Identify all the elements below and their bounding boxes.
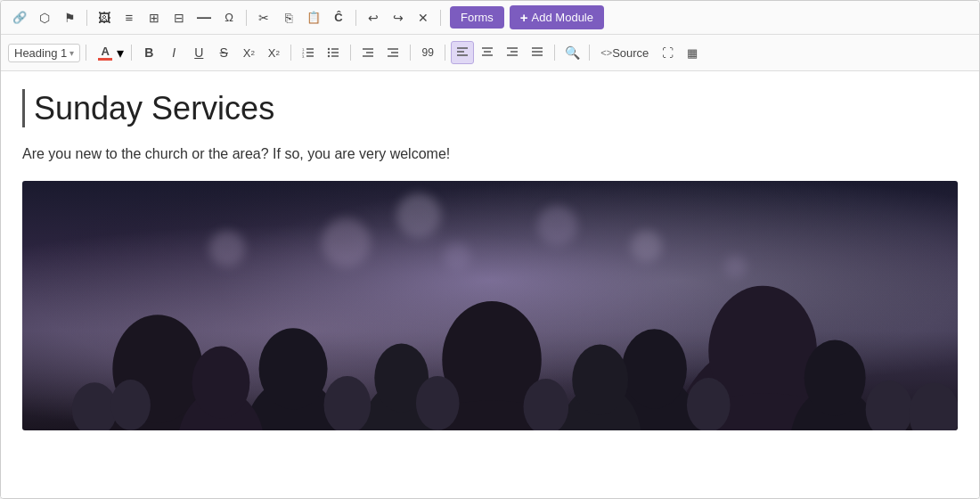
strikethrough-button[interactable]: S [212,41,235,64]
align-right-button[interactable] [501,41,524,64]
fullscreen-button[interactable]: ⛶ [656,41,679,64]
svg-point-10 [328,52,330,53]
separator [445,45,445,61]
paste-icon[interactable]: 📋 [302,6,325,29]
indent-increase-button[interactable] [381,41,404,64]
separator [350,45,351,61]
align-justify-icon [531,46,543,59]
separator [355,10,356,26]
unordered-list-button[interactable] [322,41,345,64]
ul-icon [327,46,339,59]
align-center-icon [481,46,494,59]
ol-icon: 1.2.3. [302,46,314,59]
heading-select-value: Heading 1 [14,46,67,60]
redo-icon[interactable]: ↪ [387,6,410,29]
svg-point-40 [622,330,687,409]
copy-icon[interactable]: ⎘ [277,6,300,29]
separator [290,45,291,61]
separator [554,45,555,61]
flag-icon[interactable]: ⚑ [58,6,81,29]
table-grid-icon[interactable]: ⊞ [143,6,166,29]
svg-point-50 [110,380,151,430]
toolbar-2: Heading 1 ▾ A ▾ B I U S X2 X2 1.2.3. [1,35,979,71]
separator [131,45,132,61]
number-99-button[interactable]: 99 [416,41,439,64]
align-center-button[interactable] [476,41,499,64]
unlink-icon[interactable]: ⬡ [33,6,56,29]
content-image [22,181,958,430]
separator [589,45,590,61]
table-rows-icon[interactable]: ≡ [118,6,141,29]
ordered-list-button[interactable]: 1.2.3. [297,41,320,64]
toolbar-1: 🔗 ⬡ ⚑ 🖼 ≡ ⊞ ⊟ — Ω ✂ ⎘ 📋 Ĉ ↩ ↪ ✕ Forms + … [1,1,979,35]
svg-point-54 [687,378,731,430]
svg-point-42 [804,340,866,416]
underline-button[interactable]: U [187,41,210,64]
svg-point-44 [192,347,250,419]
align-justify-button[interactable] [526,41,549,64]
remove-format-icon[interactable]: ✕ [412,6,435,29]
bold-button[interactable]: B [137,41,160,64]
indent-decrease-button[interactable] [356,41,380,64]
font-color-button[interactable]: A ▾ [92,39,126,66]
svg-point-48 [572,345,628,415]
svg-point-9 [328,48,330,50]
separator [86,10,87,26]
svg-point-38 [259,329,328,410]
subscript-button[interactable]: X2 [237,41,260,64]
content-area[interactable]: Sunday Services Are you new to the churc… [1,71,979,498]
plus-icon: + [520,10,528,25]
cut-icon[interactable]: ✂ [252,6,275,29]
editor-container: 🔗 ⬡ ⚑ 🖼 ≡ ⊞ ⊟ — Ω ✂ ⎘ 📋 Ĉ ↩ ↪ ✕ Forms + … [0,0,980,499]
image-icon[interactable]: 🖼 [93,6,116,29]
crowd-silhouette [22,181,958,430]
italic-button[interactable]: I [162,41,185,64]
link-icon[interactable]: 🔗 [8,6,31,29]
separator [246,10,247,26]
forms-button[interactable]: Forms [450,6,504,29]
indent-decrease-icon [362,46,374,59]
undo-icon[interactable]: ↩ [362,6,385,29]
separator [440,10,441,26]
separator [410,45,411,61]
source-label: Source [612,46,649,60]
image-background [22,181,958,430]
superscript-button[interactable]: X2 [262,41,285,64]
svg-text:3.: 3. [302,54,305,59]
content-heading: Sunday Services [22,89,958,127]
hr-icon[interactable]: — [192,6,216,29]
omega-icon[interactable]: Ω [217,6,241,29]
heading-select[interactable]: Heading 1 ▾ [8,44,80,62]
align-right-icon [506,46,519,59]
paste-text-icon[interactable]: Ĉ [327,6,350,29]
source-button[interactable]: <> Source [595,41,654,64]
svg-point-11 [328,55,330,57]
content-paragraph: Are you new to the church or the area? I… [22,143,958,165]
table-alt-icon[interactable]: ⊟ [167,6,191,29]
align-left-button[interactable] [451,41,474,64]
font-color-icon: A [94,41,117,64]
svg-point-52 [416,376,460,430]
heading-select-caret: ▾ [69,48,74,58]
align-left-icon [456,46,469,59]
add-module-button[interactable]: + Add Module [510,5,604,29]
separator [86,45,86,61]
blocks-button[interactable]: ▦ [681,41,704,64]
indent-increase-icon [387,46,399,59]
search-button[interactable]: 🔍 [560,41,584,64]
